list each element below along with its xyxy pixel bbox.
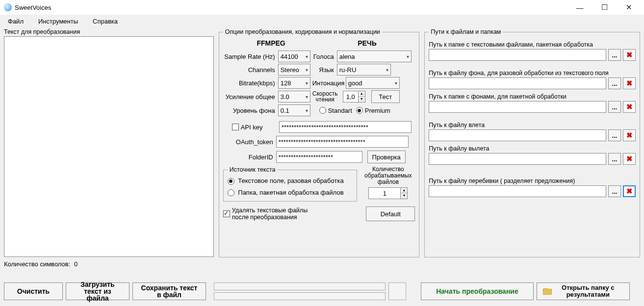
path3-clear[interactable]: ✖	[623, 101, 636, 113]
delete-after-check[interactable]	[223, 210, 230, 217]
path4-field[interactable]	[429, 129, 606, 141]
premium-label: Premium	[365, 107, 390, 114]
samplerate-label: Sample Rate (Hz)	[223, 53, 278, 60]
text-input-label: Текст для преобразования	[4, 28, 214, 35]
gain-label: Усиление общее	[223, 93, 278, 101]
voice-label: Голоса	[310, 53, 337, 60]
channels-label: Channels	[223, 66, 278, 74]
window-title: SweetVoices	[15, 4, 51, 11]
folderid-label: FolderID	[223, 153, 276, 161]
source-folder-radio[interactable]	[228, 189, 234, 196]
source-legend: Источник текста	[228, 166, 278, 173]
standart-radio[interactable]	[319, 107, 326, 114]
path5-field[interactable]	[429, 153, 606, 165]
path5-clear[interactable]: ✖	[623, 153, 636, 165]
minimize-button[interactable]: —	[572, 3, 587, 12]
close-icon: ✖	[626, 154, 633, 163]
path2-field[interactable]	[429, 77, 606, 89]
path1-clear[interactable]: ✖	[623, 49, 636, 61]
intonation-label: Интонация	[310, 79, 346, 87]
open-folder-label: Открыть папку с результатами	[553, 284, 623, 298]
options-legend: Опции преобразования, кодирования и норм…	[223, 28, 382, 35]
path1-label: Путь к папке с текстовыми файлами, пакет…	[429, 41, 636, 48]
menubar: Файл Инструменты Справка	[0, 15, 644, 26]
speed-label: Скорость чтения	[310, 91, 343, 102]
menu-tools[interactable]: Инструменты	[35, 17, 81, 26]
folderid-field[interactable]	[276, 151, 362, 163]
folder-icon	[543, 288, 549, 295]
path2-clear[interactable]: ✖	[623, 77, 636, 89]
bitrate-select[interactable]: 128▾	[278, 77, 310, 89]
paths-legend: Пути к файлам и папкам	[429, 28, 503, 35]
path3-field[interactable]	[429, 101, 606, 113]
path1-browse[interactable]: ...	[608, 49, 621, 61]
gain-select[interactable]: 3.0▾	[278, 91, 310, 102]
save-button[interactable]: Сохранить текст в файл	[132, 282, 206, 300]
close-icon: ✖	[626, 51, 633, 59]
close-icon: ✖	[626, 79, 633, 88]
voice-select[interactable]: alena▾	[337, 51, 412, 62]
api-key-check[interactable]	[232, 124, 239, 130]
titlebar: SweetVoices — ☐ ✕	[0, 0, 644, 15]
path3-browse[interactable]: ...	[608, 101, 621, 113]
progress-box	[388, 282, 406, 300]
paths-group: Пути к файлам и папкам Путь к папке с те…	[424, 28, 640, 257]
oauth-field[interactable]	[276, 136, 409, 148]
chevron-up-icon: ▲	[359, 91, 365, 97]
lang-select[interactable]: ru-RU▾	[337, 64, 391, 76]
files-count-stepper[interactable]: 1▲▼	[368, 187, 408, 199]
samplerate-select[interactable]: 44100▾	[278, 51, 310, 62]
source-group: Источник текста Текстовое поле, разовая …	[223, 166, 358, 202]
close-button[interactable]: ✕	[621, 3, 636, 12]
path5-label: Путь к файлу вылета	[429, 145, 636, 152]
charcount-label: Количество символов:	[4, 260, 70, 268]
close-icon: ✖	[626, 187, 633, 196]
open-folder-button[interactable]: Открыть папку с результатами	[537, 282, 630, 300]
files-count-label: Количество обрабатываемых файлов	[361, 166, 415, 185]
bitrate-label: Bitrate(kbps)	[223, 79, 278, 87]
load-button[interactable]: Загрузить текст из файла	[66, 282, 129, 300]
start-button[interactable]: Начать преобразование	[421, 282, 534, 300]
premium-radio[interactable]	[356, 107, 363, 114]
bg-level-label: Уровень фона	[223, 107, 278, 114]
path5-browse[interactable]: ...	[608, 153, 621, 165]
path4-clear[interactable]: ✖	[623, 129, 636, 141]
source-textfield-label: Текстовое поле, разовая обработка	[238, 177, 343, 184]
source-textfield-radio[interactable]	[228, 178, 234, 185]
api-key-field[interactable]	[279, 121, 412, 133]
chevron-down-icon: ▼	[359, 97, 365, 102]
default-button[interactable]: Default	[366, 206, 415, 221]
test-button[interactable]: Тест	[371, 90, 400, 103]
menu-help[interactable]: Справка	[90, 17, 121, 26]
delete-after-label: Удалять текстовые файлы после преобразов…	[232, 207, 310, 221]
maximize-button[interactable]: ☐	[597, 3, 612, 12]
path6-field[interactable]	[429, 185, 606, 197]
path2-browse[interactable]: ...	[608, 77, 621, 89]
ffmpeg-header: FFMPEG	[223, 37, 319, 49]
path6-label: Путь к файлу перебивки ( разделяет предл…	[429, 178, 636, 184]
intonation-select[interactable]: good▾	[346, 77, 400, 89]
path3-label: Путь к папке с фонами, для пакетной обра…	[429, 93, 636, 100]
path6-browse[interactable]: ...	[608, 185, 621, 197]
bg-level-select[interactable]: 0.1▾	[278, 104, 310, 116]
source-folder-label: Папка, пакетная обработка файлов	[238, 189, 343, 196]
menu-file[interactable]: Файл	[5, 17, 26, 26]
text-input[interactable]	[4, 36, 214, 257]
close-icon: ✖	[626, 102, 633, 111]
speech-header: РЕЧЬ	[319, 37, 415, 49]
channels-select[interactable]: Stereo▾	[278, 64, 310, 76]
clear-button[interactable]: Очистить	[4, 282, 63, 300]
path1-field[interactable]	[429, 49, 606, 61]
options-group: Опции преобразования, кодирования и норм…	[219, 28, 420, 257]
check-button[interactable]: Проверка	[367, 151, 406, 163]
app-icon	[4, 3, 12, 11]
close-icon: ✖	[626, 131, 633, 140]
charcount-value: 0	[74, 260, 77, 268]
oauth-label: OAuth_token	[223, 138, 276, 146]
path6-clear[interactable]: ✖	[623, 185, 636, 197]
path4-browse[interactable]: ...	[608, 129, 621, 141]
path4-label: Путь к файлу влета	[429, 122, 636, 128]
status-box-1	[214, 282, 386, 290]
api-key-label: API key	[241, 124, 279, 131]
speed-stepper[interactable]: 1,0▲▼	[343, 91, 365, 102]
